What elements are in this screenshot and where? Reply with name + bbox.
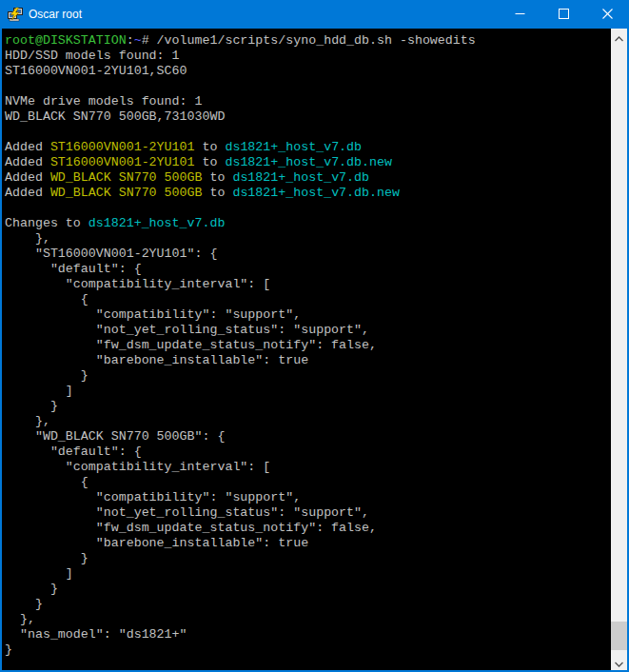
maximize-icon [559, 6, 569, 23]
terminal-line: ] [5, 566, 611, 582]
terminal-line: "compatibility_interval": [ [5, 277, 611, 292]
window-body: root@DISKSTATION:~# /volume1/scripts/syn… [0, 29, 629, 672]
terminal-line: "compatibility_interval": [ [5, 460, 611, 475]
terminal-line: NVMe drive models found: 1 [5, 94, 611, 109]
terminal-line: "default": { [5, 445, 611, 460]
terminal-line: ] [5, 384, 611, 399]
scroll-down-button[interactable] [611, 654, 627, 670]
terminal-line: "compatibility": "support", [5, 307, 611, 323]
terminal-line: } [5, 368, 611, 384]
scrollbar-thumb[interactable] [611, 622, 627, 650]
terminal-line: Added ST16000VN001-2YU101 to ds1821+_hos… [5, 155, 611, 170]
terminal-line: ST16000VN001-2YU101,SC60 [5, 64, 611, 79]
terminal-line: "ST16000VN001-2YU101": { [5, 247, 611, 262]
terminal-line: }, [5, 231, 611, 247]
terminal-line: "WD_BLACK SN770 500GB": { [5, 429, 611, 445]
minimize-icon [515, 6, 525, 23]
scrollbar-track[interactable] [611, 45, 627, 654]
terminal-line: }, [5, 612, 611, 627]
close-button[interactable] [585, 0, 629, 29]
terminal-line: } [5, 642, 611, 658]
terminal-line: } [5, 399, 611, 414]
chevron-up-icon [615, 29, 623, 46]
terminal-line: "barebone_installable": true [5, 536, 611, 551]
terminal-line: "fw_dsm_update_status_notify": false, [5, 338, 611, 353]
terminal-line: HDD/SSD models found: 1 [5, 49, 611, 64]
terminal-line: { [5, 475, 611, 490]
terminal-line: "default": { [5, 262, 611, 277]
terminal-output[interactable]: root@DISKSTATION:~# /volume1/scripts/syn… [2, 29, 611, 670]
window-title: Oscar root [29, 8, 498, 21]
terminal-line: Added WD_BLACK SN770 500GB to ds1821+_ho… [5, 170, 611, 186]
chevron-down-icon [615, 654, 623, 671]
scrollbar[interactable] [611, 29, 627, 670]
terminal-line [5, 79, 611, 94]
terminal-line: } [5, 582, 611, 597]
terminal-line: root@DISKSTATION:~# /volume1/scripts/syn… [5, 33, 611, 49]
window-controls [498, 0, 629, 29]
minimize-button[interactable] [498, 0, 541, 29]
terminal-line: "compatibility": "support", [5, 490, 611, 505]
terminal-line [5, 201, 611, 216]
terminal-line: Added ST16000VN001-2YU101 to ds1821+_hos… [5, 140, 611, 155]
terminal-line: Added WD_BLACK SN770 500GB to ds1821+_ho… [5, 186, 611, 201]
terminal-line: "not_yet_rolling_status": "support", [5, 323, 611, 338]
terminal-line: }, [5, 414, 611, 429]
maximize-button[interactable] [541, 0, 585, 29]
putty-icon [8, 7, 23, 22]
putty-window: Oscar root ro [0, 0, 629, 672]
terminal-line: } [5, 597, 611, 612]
scroll-up-button[interactable] [611, 29, 627, 45]
terminal-line: } [5, 551, 611, 566]
terminal-line [5, 125, 611, 140]
terminal-line: { [5, 292, 611, 307]
terminal-line: WD_BLACK SN770 500GB,731030WD [5, 109, 611, 125]
titlebar[interactable]: Oscar root [0, 0, 629, 29]
terminal-line: "nas_model": "ds1821+" [5, 627, 611, 642]
terminal-line: "not_yet_rolling_status": "support", [5, 505, 611, 521]
terminal-line: "fw_dsm_update_status_notify": false, [5, 521, 611, 536]
terminal-line: "barebone_installable": true [5, 353, 611, 368]
terminal-line: Changes to ds1821+_host_v7.db [5, 216, 611, 231]
close-icon [602, 6, 613, 23]
